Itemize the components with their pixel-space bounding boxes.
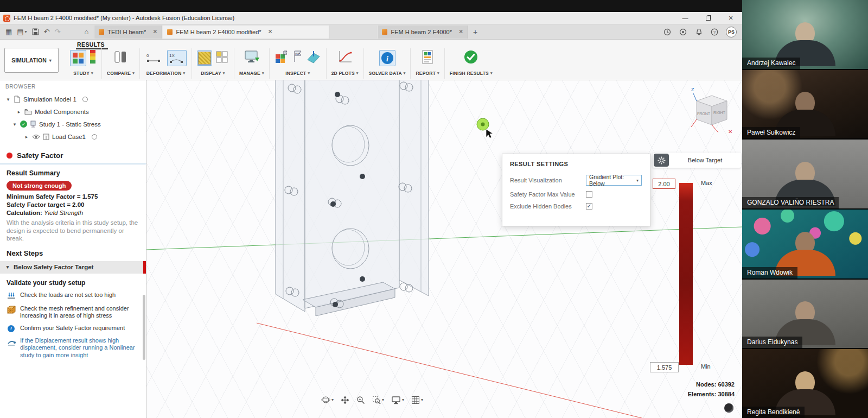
job-status-icon[interactable] [663, 28, 672, 36]
workspace-selector[interactable]: SIMULATION▾ [4, 48, 59, 73]
orbit-icon[interactable]: ▾ [321, 395, 334, 404]
compare-icon[interactable] [113, 49, 128, 67]
browser-panel: BROWSER ▾ Simulation Model 1 ▸ Model Com… [0, 80, 146, 418]
radio-icon[interactable] [92, 134, 97, 140]
viewcube[interactable]: Z FRONT RIGHT ✕ [687, 85, 736, 136]
participant-name: Regita Bendikienė [742, 407, 805, 418]
participant-name: Darius Eidukynas [742, 337, 802, 348]
caret-down-icon[interactable]: ▾ [12, 122, 17, 127]
next-steps-title: Next Steps [0, 243, 146, 261]
toolbar-group-manage[interactable]: MANAGE▾ [234, 48, 270, 79]
legend-mode-label[interactable]: Below Target [669, 157, 741, 163]
manage-icon[interactable] [244, 49, 260, 67]
below-safety-target-row[interactable]: ▾ Below Safety Factor Target [0, 261, 146, 274]
grid-display-icon[interactable] [215, 50, 229, 66]
legend-max-label: Max [701, 180, 712, 186]
toolbar-group-inspect[interactable]: xyz INSPECT▾ [270, 48, 327, 79]
grid-settings-icon[interactable]: ▾ [411, 396, 423, 404]
participant-tile[interactable]: Regita Bendikienė [742, 349, 868, 418]
svg-text:RIGHT: RIGHT [713, 111, 726, 115]
save-icon[interactable] [32, 28, 39, 35]
visualization-dropdown[interactable]: Gradient Plot: Below ▾ [586, 175, 642, 186]
tree-item-model-components[interactable]: ▸ Model Components [0, 105, 146, 118]
actual-scale-icon[interactable]: 1X [167, 50, 187, 66]
caret-down-icon[interactable]: ▾ [5, 97, 11, 102]
probe-icon[interactable]: xyz [291, 50, 303, 66]
toolbar-group-compare[interactable]: COMPARE▾ [102, 48, 140, 79]
participant-tile[interactable]: Roman Wdowik [742, 210, 868, 278]
visualization-label: Result Visualization [510, 177, 586, 183]
tab-tedi-h-beam[interactable]: TEDI H beam* ✕ [94, 26, 162, 39]
legend-max-input[interactable]: 2.00 [653, 179, 675, 189]
home-icon[interactable]: ⌂ [84, 28, 88, 36]
toolbar-group-2d-plots[interactable]: 2D PLOTS▾ [327, 48, 364, 79]
svg-text:?: ? [713, 30, 716, 35]
file-menu-icon[interactable]: ▤▾ [17, 28, 27, 36]
legend-min-input[interactable]: 1.575 [650, 362, 679, 372]
help-icon[interactable]: ? [710, 28, 719, 36]
tab-close-icon[interactable]: ✕ [152, 28, 157, 35]
participant-tile[interactable]: GONZALO VALIÑO RIESTRA [742, 140, 868, 208]
tab-close-icon[interactable]: ✕ [268, 28, 273, 35]
solver-info-icon[interactable]: i [379, 50, 395, 66]
close-button[interactable]: ✕ [719, 12, 742, 24]
tab-fem-h-beam-modified[interactable]: FEM H beam 2 F4000 modified* ✕ [162, 26, 329, 39]
participant-tile[interactable]: Darius Eidukynas [742, 280, 868, 349]
dialog-title: RESULT SETTINGS [502, 154, 650, 172]
minimize-button[interactable]: — [674, 12, 697, 24]
tab-fem-h-beam[interactable]: FEM H beam 2 F4000* ✕ [377, 26, 468, 39]
elements-count: Elements: 30884 [688, 389, 735, 399]
toolbar-group-finish-results[interactable]: FINISH RESULTS▾ [445, 48, 497, 79]
inspect-result-icon[interactable] [275, 50, 289, 66]
next-step-item[interactable]: If the Displacement result shows high di… [0, 334, 146, 362]
participant-tile[interactable]: Andrzej Kawalec [742, 0, 868, 69]
zoom-icon[interactable] [356, 396, 365, 404]
toolbar-group-report[interactable]: REPORT▾ [411, 48, 444, 79]
zoom-window-icon[interactable]: ▾ [372, 396, 384, 404]
caret-right-icon[interactable]: ▸ [24, 134, 29, 140]
section-plane-icon[interactable] [306, 50, 321, 66]
shaded-display-icon[interactable] [197, 50, 212, 66]
toolbar-group-solver-data[interactable]: i SOLVER DATA▾ [364, 48, 411, 79]
study-icon[interactable] [70, 50, 86, 66]
tabbar: ▦ ▤▾ ↶ ↷ ⌂ TEDI H beam* ✕ FEM H beam 2 F… [0, 24, 742, 40]
next-step-item: i Confirm your Safety Factor requirement [0, 322, 146, 334]
visibility-eye-icon[interactable] [32, 134, 40, 140]
svg-text:xyz: xyz [295, 52, 300, 55]
tab-close-icon[interactable]: ✕ [458, 28, 463, 35]
app-grid-icon[interactable]: ▦ [5, 28, 12, 36]
report-icon[interactable] [420, 49, 435, 67]
restore-button[interactable] [697, 12, 719, 24]
navigation-widget-icon[interactable] [724, 403, 733, 413]
extensions-icon[interactable] [679, 28, 687, 36]
caret-down-icon[interactable]: ▾ [5, 264, 10, 270]
model-viewport[interactable]: Z FRONT RIGHT ✕ RESULT SETTINGS [146, 80, 742, 418]
study-gradient-icon[interactable] [89, 49, 97, 67]
new-tab-button[interactable]: + [468, 28, 482, 36]
toolbar-group-study[interactable]: STUDY▾ [65, 48, 102, 79]
tree-item-study[interactable]: ▾ ✓ Study 1 - Static Stress [0, 118, 146, 130]
toolbar-group-display[interactable]: DISPLAY▾ [192, 48, 234, 79]
participant-tile[interactable]: Paweł Sułkowicz [742, 70, 868, 139]
undo-icon[interactable]: ↶ [44, 28, 50, 36]
user-avatar[interactable]: PS [726, 27, 737, 37]
max-value-checkbox[interactable] [586, 191, 592, 198]
exclude-hidden-checkbox[interactable]: ✓ [586, 203, 592, 210]
result-description: With the analysis criteria in this study… [0, 217, 146, 243]
tree-item-simulation-model[interactable]: ▾ Simulation Model 1 [0, 93, 146, 105]
toolbar-group-deformation[interactable]: 0 1X DEFORMATION▾ [140, 48, 192, 79]
undeformed-icon[interactable]: 0 [145, 50, 164, 66]
notifications-bell-icon[interactable] [694, 28, 703, 36]
plot-icon[interactable] [337, 49, 353, 67]
display-settings-icon[interactable]: ▾ [391, 396, 404, 404]
finish-check-icon[interactable] [463, 49, 478, 67]
svg-text:i: i [386, 55, 388, 63]
pan-icon[interactable] [341, 396, 349, 404]
tree-item-load-case[interactable]: ▸ Load Case1 [0, 130, 146, 143]
scrollbar-thumb[interactable] [143, 295, 145, 360]
caret-right-icon[interactable]: ▸ [16, 109, 22, 115]
radio-icon[interactable] [82, 97, 88, 102]
legend-settings-gear-icon[interactable] [654, 154, 669, 167]
redo-icon[interactable]: ↷ [55, 28, 61, 36]
svg-text:FRONT: FRONT [697, 112, 711, 116]
